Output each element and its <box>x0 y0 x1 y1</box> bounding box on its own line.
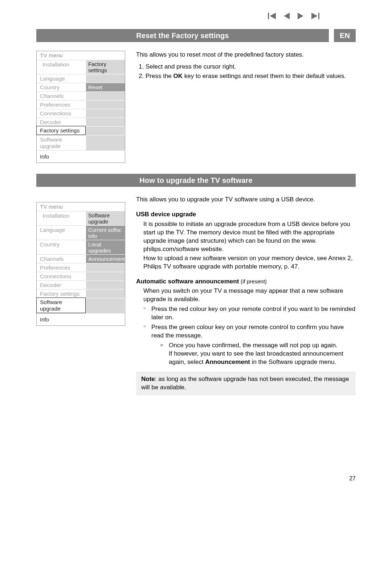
auto-bullets: Press the red colour key on your remote … <box>143 305 356 366</box>
nav-icons <box>268 13 319 19</box>
step: Press the OK key to erase settings and r… <box>146 72 356 81</box>
menu-right-item[interactable]: Reset <box>86 83 125 91</box>
note-box: Note: as long as the software upgrade ha… <box>136 372 356 395</box>
menu-item-active[interactable]: Factory settings <box>36 126 86 135</box>
tvmenu-info: Info <box>37 313 125 325</box>
usb-p2: How to upload a new software version on … <box>143 254 356 271</box>
tvmenu-2: TV menu Installation Software upgrade La… <box>36 202 125 326</box>
menu-item[interactable]: Connections <box>37 272 86 280</box>
play-forward-icon[interactable] <box>297 13 304 19</box>
tvmenu-title: TV menu <box>37 202 125 211</box>
usb-heading: USB device upgrade <box>136 210 356 219</box>
bullet: Press the red colour key on your remote … <box>143 305 356 322</box>
tvmenu-info: Info <box>37 150 125 163</box>
tvmenu-1: TV menu Installation Factory settings La… <box>36 51 125 163</box>
menu-item[interactable]: Channels <box>37 254 86 263</box>
svg-rect-5 <box>318 13 319 19</box>
note-text: : as long as the software upgrade has no… <box>141 376 349 391</box>
menu-item[interactable]: Decoder <box>37 280 86 289</box>
tvmenu-sublabel: Installation <box>37 60 86 74</box>
usb-p1: It is possible to initiate an upgrade pr… <box>143 220 356 254</box>
menu-item[interactable]: Country <box>37 240 86 254</box>
menu-item[interactable]: Preferences <box>37 263 86 272</box>
section2-header: How to upgrade the TV software <box>36 174 356 187</box>
auto-p1: When you switch on your TV a message may… <box>143 287 356 304</box>
step: Select and press the cursor right. <box>146 63 356 71</box>
svg-marker-1 <box>270 13 276 19</box>
bullet-text: Press the green colour key on your remot… <box>151 324 344 339</box>
menu-item[interactable]: Factory settings <box>37 289 86 298</box>
svg-marker-3 <box>298 13 303 19</box>
auto-heading: Automatic software announcement (if pres… <box>136 278 356 286</box>
sub-text: in the Software upgrade menu. <box>250 358 336 365</box>
bullet: Press the green colour key on your remot… <box>143 323 356 366</box>
play-back-icon[interactable] <box>283 13 290 19</box>
menu-item[interactable]: Decoder <box>37 118 86 126</box>
menu-item[interactable]: Connections <box>37 109 86 118</box>
section1-title: Reset the Factory settings <box>36 29 329 42</box>
skip-forward-icon[interactable] <box>311 13 319 19</box>
page-number: 27 <box>36 475 356 482</box>
auto-heading-text: Automatic software announcement <box>136 278 239 285</box>
menu-item[interactable]: Channels <box>37 91 86 100</box>
svg-marker-2 <box>284 13 290 19</box>
menu-right-item[interactable]: Current softw. info <box>86 225 125 240</box>
note-label: Note <box>141 376 155 382</box>
menu-item[interactable]: Language <box>37 74 86 83</box>
tvmenu-right-header: Factory settings <box>86 60 125 74</box>
svg-rect-0 <box>268 13 269 19</box>
sub-text: Once you have confirmed, the message wil… <box>169 342 338 349</box>
language-badge: EN <box>334 29 356 42</box>
section2-title: How to upgrade the TV software <box>36 174 356 187</box>
section1-steps: Select and press the cursor right. Press… <box>136 63 356 81</box>
menu-item[interactable]: Software upgrade <box>37 135 86 150</box>
section2-intro: This allows you to upgrade your TV softw… <box>136 196 356 204</box>
menu-right-item[interactable]: Local upgrades <box>86 240 125 254</box>
tvmenu-sublabel: Installation <box>37 211 86 225</box>
menu-right-item[interactable]: Announcement <box>86 254 125 263</box>
section1-intro: This allows you to reset most of the pre… <box>136 51 356 59</box>
tvmenu-right-header: Software upgrade <box>86 211 125 225</box>
skip-back-icon[interactable] <box>268 13 277 19</box>
section1-header: Reset the Factory settings EN <box>36 29 356 42</box>
auto-heading-note: (if present) <box>241 278 267 284</box>
menu-item[interactable]: Preferences <box>37 100 86 109</box>
sub-bullet: Once you have confirmed, the message wil… <box>161 341 356 366</box>
menu-item-active[interactable]: Software upgrade <box>36 298 86 313</box>
tvmenu-title: TV menu <box>37 51 125 60</box>
menu-item[interactable]: Language <box>37 225 86 240</box>
announcement-bold: Announcement <box>205 358 250 365</box>
svg-marker-4 <box>311 13 318 19</box>
menu-item[interactable]: Country <box>37 83 86 91</box>
